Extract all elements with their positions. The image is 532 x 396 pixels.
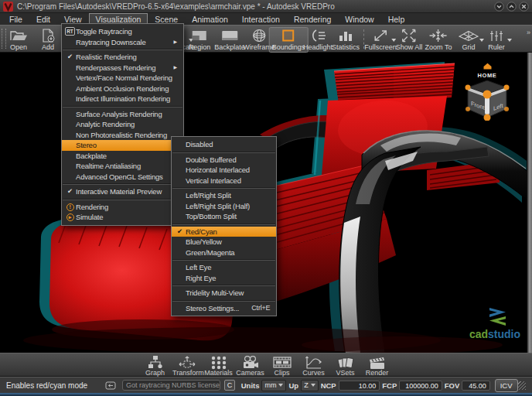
- resize-grip[interactable]: [518, 381, 526, 390]
- navcube-faces[interactable]: Front Left: [465, 79, 510, 121]
- visualization-menu-item-interactive-material-preview[interactable]: ✔Interactive Material Preview: [62, 186, 183, 197]
- stereo-submenu-item-double-buffered[interactable]: Double Buffered: [172, 155, 276, 166]
- render-status-icon: !: [66, 203, 74, 211]
- stereo-submenu-item-tridelity-multi-view[interactable]: Tridelity Multi-View: [172, 288, 276, 299]
- stereo-submenu-item-stereo-settings[interactable]: Stereo Settings...Ctrl+E: [172, 303, 276, 314]
- units-value: mm: [264, 381, 276, 389]
- fov-input[interactable]: 45.00: [462, 381, 490, 391]
- menubar-item-help[interactable]: Help: [381, 13, 412, 26]
- visualization-menu-item-advanced-opengl-settings[interactable]: Advanced OpenGL Settings▶: [62, 172, 183, 183]
- visualization-menu-item-indirect-illumination-rendering[interactable]: Indirect Illumination Rendering: [62, 94, 183, 104]
- message-history-icon[interactable]: [105, 381, 116, 390]
- menubar-item-edit[interactable]: Edit: [29, 13, 57, 26]
- menu-item-label: Horizontal Interlaced: [186, 165, 270, 175]
- toolbar-button-label: Show All: [396, 44, 423, 51]
- dock-button-vsets[interactable]: VSets: [331, 355, 360, 376]
- menu-item-label: Red/Cyan: [186, 227, 270, 237]
- titlebar[interactable]: C:\Program Files\Autodesk\VREDPro-6.5-x6…: [0, 0, 532, 13]
- visualization-menu-item-simulate[interactable]: ▸Simulate: [62, 212, 183, 223]
- ncp-label: NCP: [321, 381, 336, 390]
- stereo-submenu-item-vertical-interlaced[interactable]: Vertical Interlaced: [172, 176, 276, 186]
- show-all-icon: [399, 29, 419, 43]
- menu-item-label: Toggle Raytracing: [76, 26, 177, 36]
- visualization-menu-item-realistic-rendering[interactable]: ✔Realistic Rendering: [62, 52, 183, 63]
- visualization-menu-item-toggle-raytracing[interactable]: RTToggle Raytracing: [62, 26, 183, 37]
- dock-button-graph[interactable]: Graph: [141, 355, 169, 376]
- visualization-menu-popup: RTToggle RaytracingRaytracing Downscale▶…: [61, 23, 184, 226]
- dock-button-cameras[interactable]: Cameras: [236, 355, 264, 376]
- vred-application-window: C:\Program Files\Autodesk\VREDPro-6.5-x6…: [0, 0, 532, 396]
- cadstudio-logo-icon: [482, 308, 508, 326]
- fcp-input[interactable]: 100000.00: [399, 381, 442, 391]
- visualization-menu-item-ambient-occlusion-rendering[interactable]: Ambient Occlusion Rendering: [62, 84, 183, 94]
- visualization-menu-item-raytracing-downscale[interactable]: Raytracing Downscale▶: [62, 37, 183, 48]
- console-button[interactable]: C: [224, 380, 234, 391]
- visualization-menu-item-renderpasses-rendering[interactable]: Renderpasses Rendering▶: [62, 63, 183, 73]
- stereo-submenu-item-red-cyan[interactable]: ✔Red/Cyan: [172, 227, 276, 237]
- toolbar-button-statistics[interactable]: Statistics: [329, 27, 363, 53]
- menu-item-label: Green/Magenta: [186, 248, 270, 258]
- toolbar-button-grid[interactable]: Grid: [455, 27, 482, 53]
- units-select[interactable]: mm: [261, 380, 286, 391]
- menu-item-label: Right Eye: [186, 273, 270, 283]
- dock-button-transform[interactable]: Transform: [172, 355, 201, 376]
- window-title: C:\Program Files\Autodesk\VREDPro-6.5-x6…: [17, 2, 494, 11]
- stereo-submenu-item-top-bottom-split[interactable]: Top/Bottom Split: [172, 211, 276, 222]
- toolbar-button-add[interactable]: Add: [35, 27, 61, 53]
- stereo-submenu-item-left-right-split-half[interactable]: Left/Right Split (Half): [172, 201, 276, 212]
- visualization-menu-item-realtime-antialiasing[interactable]: Realtime Antialiasing▶: [62, 161, 183, 172]
- dock-button-clips[interactable]: Clips: [268, 355, 296, 376]
- close-button[interactable]: [519, 2, 529, 12]
- menubar-item-window[interactable]: Window: [338, 13, 380, 26]
- stereo-submenu-item-left-eye[interactable]: Left Eye: [172, 262, 276, 273]
- up-axis-select[interactable]: Z: [301, 380, 319, 391]
- icv-button[interactable]: ICV: [495, 379, 518, 392]
- toolbar-button-label: Add: [38, 44, 58, 51]
- toolbar-button-open[interactable]: Open: [5, 27, 32, 53]
- stereo-submenu-item-green-magenta[interactable]: Green/Magenta: [172, 248, 276, 258]
- menubar-item-animation[interactable]: Animation: [185, 13, 235, 26]
- dock-button-render[interactable]: Render: [363, 355, 391, 376]
- visualization-menu-item-stereo[interactable]: Stereo▶: [62, 140, 183, 151]
- stereo-submenu-item-right-eye[interactable]: Right Eye: [172, 273, 276, 284]
- home-button[interactable]: HOME: [464, 59, 510, 79]
- vsets-icon: [331, 355, 360, 369]
- stereo-submenu-item-horizontal-interlaced[interactable]: Horizontal Interlaced: [172, 165, 276, 176]
- stereo-submenu-item-disabled[interactable]: Disabled: [172, 139, 276, 150]
- visualization-menu-item-vertex-face-normal-rendering[interactable]: Vertex/Face Normal Rendering: [62, 73, 183, 84]
- fcp-label: FCP: [382, 381, 397, 390]
- maximize-button[interactable]: [506, 2, 517, 12]
- home-label: HOME: [464, 73, 510, 79]
- visualization-menu-item-analytic-rendering[interactable]: Analytic Rendering: [62, 119, 183, 130]
- navigation-cube[interactable]: HOME Front Left: [464, 59, 510, 124]
- stereo-submenu-separator: [172, 224, 275, 225]
- menu-item-label: Vertex/Face Normal Rendering: [76, 73, 177, 83]
- right-panel-splitter[interactable]: [527, 53, 532, 353]
- visualization-menu-item-surface-analysis-rendering[interactable]: Surface Analysis Rendering: [62, 109, 183, 120]
- toolbar-button-ruler[interactable]: Ruler: [483, 27, 510, 53]
- toolbar-button-zoom-to[interactable]: Zoom To: [422, 27, 455, 53]
- toolbar-button-region[interactable]: Region: [186, 27, 214, 53]
- dock-button-label: Graph: [145, 369, 165, 377]
- ncp-input[interactable]: 10.00: [339, 381, 380, 391]
- menubar-item-rendering[interactable]: Rendering: [287, 13, 338, 26]
- dock-button-curves[interactable]: Curves: [299, 355, 328, 376]
- stereo-submenu-item-blue-yellow[interactable]: Blue/Yellow: [172, 237, 276, 248]
- visualization-menu-item-rendering[interactable]: !Rendering: [62, 202, 183, 213]
- menu-item-label: Tridelity Multi-View: [186, 288, 270, 298]
- menu-item-label: Left/Right Split: [186, 190, 270, 200]
- menubar-item-file[interactable]: File: [2, 13, 29, 26]
- dock-button-materials[interactable]: Materials: [204, 355, 233, 376]
- menubar-item-interaction[interactable]: Interaction: [235, 13, 287, 26]
- toolbar-overflow-chevron[interactable]: »: [527, 29, 530, 36]
- minimize-button[interactable]: [494, 2, 504, 12]
- visualization-menu-item-non-photorealistic-rendering[interactable]: Non Photorealistic Rendering: [62, 130, 183, 141]
- toolbar-button-show-all[interactable]: Show All: [393, 27, 426, 53]
- chevron-down-icon[interactable]: [507, 39, 512, 42]
- check-icon: ✔: [64, 186, 76, 196]
- menu-item-shortcut: Ctrl+E: [251, 303, 270, 313]
- stereo-submenu-item-left-right-split[interactable]: Left/Right Split: [172, 190, 276, 201]
- visualization-menu-item-backplate[interactable]: Backplate▶: [62, 151, 183, 162]
- menu-item-label: Indirect Illumination Rendering: [76, 94, 177, 104]
- up-axis-value: Z: [304, 381, 309, 389]
